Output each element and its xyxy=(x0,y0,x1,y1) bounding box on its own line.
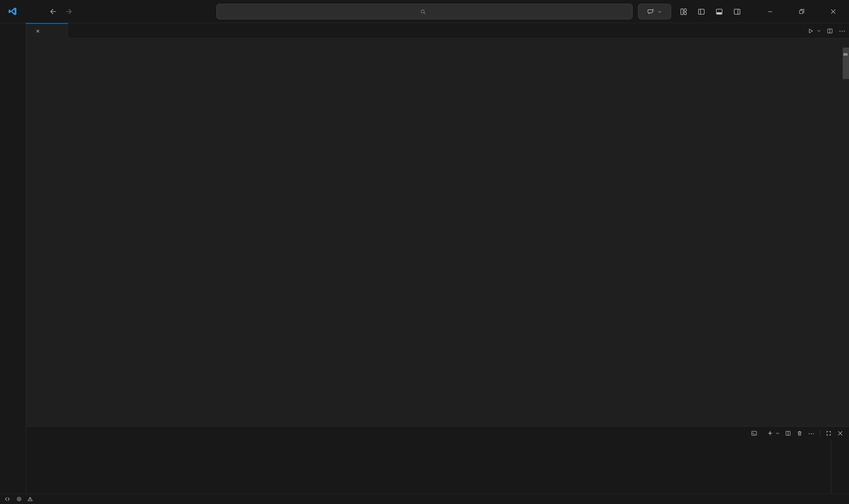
command-center-search[interactable] xyxy=(216,4,633,19)
close-tab-icon[interactable]: ✕ xyxy=(36,28,40,34)
go-forward-button[interactable] xyxy=(65,8,73,15)
error-icon xyxy=(16,496,22,502)
activity-bar xyxy=(0,23,26,493)
more-terminal-actions-button[interactable]: ⋯ xyxy=(808,430,815,437)
terminal-instance-list xyxy=(831,440,849,493)
tab-bar: ✕ ⋯ xyxy=(26,23,849,38)
split-terminal-button[interactable] xyxy=(785,430,791,436)
run-dropdown-icon[interactable] xyxy=(817,29,821,33)
terminal-output[interactable] xyxy=(27,440,823,493)
title-bar xyxy=(0,0,849,23)
toggle-secondary-sidebar-button[interactable] xyxy=(733,8,741,16)
close-window-button[interactable] xyxy=(817,0,849,23)
toggle-panel-button[interactable] xyxy=(715,8,723,16)
restore-button[interactable] xyxy=(786,0,817,23)
customize-layout-button[interactable] xyxy=(679,8,688,16)
code-editor[interactable] xyxy=(26,48,849,426)
vscode-logo-icon xyxy=(8,7,17,16)
split-editor-button[interactable] xyxy=(827,28,833,34)
minimize-button[interactable] xyxy=(754,0,786,23)
copilot-chat-button[interactable] xyxy=(638,4,671,19)
more-editor-actions-button[interactable]: ⋯ xyxy=(839,28,845,34)
toolbar-divider xyxy=(820,430,820,436)
editor-group: ✕ ⋯ xyxy=(26,23,849,426)
problems-indicator[interactable] xyxy=(16,496,35,502)
maximize-panel-button[interactable] xyxy=(826,430,832,436)
close-panel-button[interactable] xyxy=(837,430,843,436)
go-back-button[interactable] xyxy=(49,8,57,15)
toggle-primary-sidebar-button[interactable] xyxy=(697,8,705,16)
minimap[interactable] xyxy=(801,48,842,153)
search-icon xyxy=(420,9,426,15)
new-terminal-button[interactable]: + xyxy=(768,429,772,437)
editor-scrollbar[interactable] xyxy=(843,48,849,79)
tab-ucm-py[interactable]: ✕ xyxy=(26,23,68,38)
remote-indicator[interactable] xyxy=(5,496,10,502)
run-python-file-button[interactable] xyxy=(807,28,814,34)
status-bar xyxy=(0,493,849,504)
terminal-dropdown-icon[interactable] xyxy=(775,431,780,435)
chevron-down-icon xyxy=(657,9,662,14)
copilot-chat-icon xyxy=(647,8,655,15)
overview-ruler-mark xyxy=(843,53,848,56)
bottom-panel: + ⋯ xyxy=(26,426,849,493)
kill-terminal-button[interactable] xyxy=(796,430,803,436)
terminal-icon xyxy=(751,430,757,436)
warning-icon xyxy=(27,496,33,502)
breadcrumb xyxy=(26,38,849,48)
panel-header: + ⋯ xyxy=(26,427,849,440)
